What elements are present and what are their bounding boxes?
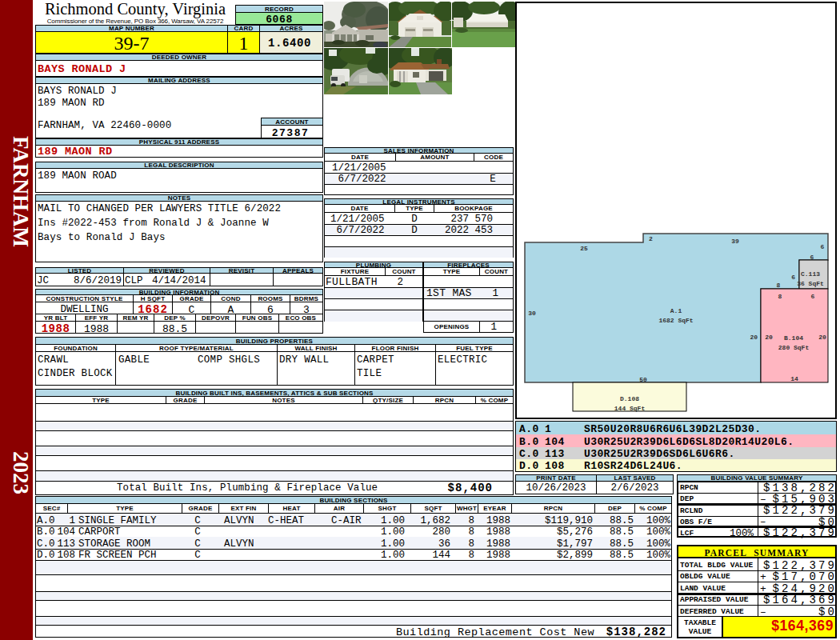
svg-text:8: 8 — [777, 282, 781, 289]
svg-text:6: 6 — [811, 293, 815, 300]
svg-text:C.113: C.113 — [801, 270, 820, 278]
svg-text:14: 14 — [790, 375, 798, 382]
svg-text:1682 SqFt: 1682 SqFt — [658, 317, 693, 324]
svg-text:20: 20 — [750, 334, 758, 341]
svg-text:280 SqFt: 280 SqFt — [778, 344, 810, 351]
svg-text:20: 20 — [765, 334, 773, 341]
svg-text:D.108: D.108 — [620, 395, 639, 402]
svg-text:36 SqFt: 36 SqFt — [797, 280, 824, 287]
svg-text:50: 50 — [639, 376, 647, 383]
svg-text:A.1: A.1 — [670, 307, 682, 314]
svg-text:B.104: B.104 — [784, 334, 803, 342]
svg-text:20: 20 — [818, 334, 826, 341]
svg-text:6: 6 — [810, 254, 814, 261]
svg-text:39: 39 — [731, 238, 739, 245]
svg-text:6: 6 — [821, 243, 825, 250]
svg-text:30: 30 — [528, 310, 536, 317]
svg-text:25: 25 — [580, 245, 588, 252]
svg-text:6: 6 — [791, 274, 795, 281]
svg-text:144 SqFt: 144 SqFt — [614, 405, 646, 412]
svg-text:2: 2 — [649, 235, 653, 242]
svg-text:8: 8 — [778, 293, 782, 300]
